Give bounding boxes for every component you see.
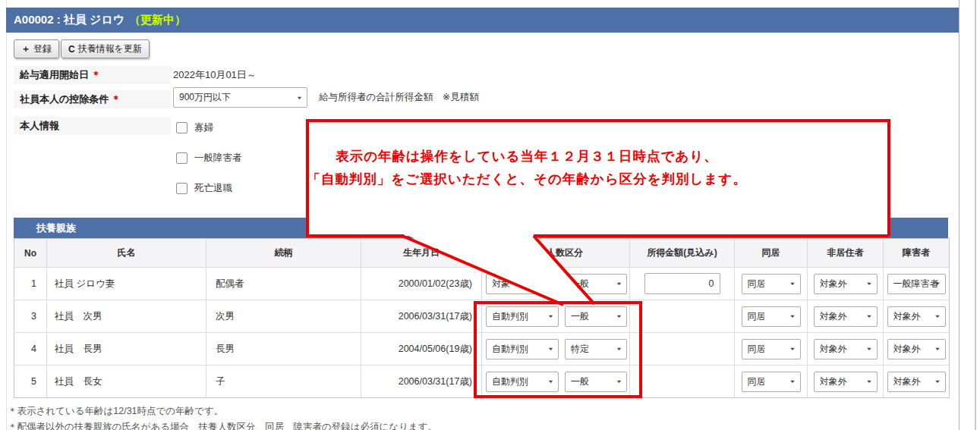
- cell-birthdate: 2004/05/06(19歳): [361, 333, 481, 365]
- cell-category: 自動判別▼ 一般▼: [481, 300, 629, 332]
- table-row: 3 社員 次男 次男 2006/03/31(17歳) 自動判別▼ 一般▼ 同居▼…: [14, 300, 949, 332]
- cohabitation-select[interactable]: 同居▼: [742, 274, 801, 294]
- income-input[interactable]: 0: [644, 273, 720, 294]
- footnote-age: ＊表示されている年齢は12/31時点での年齢です。: [8, 405, 223, 418]
- general-disability-checkbox-row: 一般障害者: [176, 152, 242, 165]
- chevron-down-icon: ▼: [547, 379, 554, 384]
- chevron-down-icon: ▼: [616, 379, 622, 384]
- page-frame-line-right: [975, 0, 976, 430]
- cell-nonresident: 対象外▼: [807, 333, 883, 365]
- chevron-down-icon: ▼: [934, 379, 941, 384]
- cell-name: 社員 ジロウ妻: [46, 268, 206, 300]
- death-retirement-checkbox-row: 死亡退職: [176, 182, 232, 195]
- widow-checkbox-row: 寡婦: [176, 121, 213, 134]
- table-row: 1 社員 ジロウ妻 配偶者 2000/01/02(23歳) 対象▼ 一般▼ 0 …: [14, 267, 949, 300]
- cell-no: 4: [14, 333, 46, 365]
- nonresident-select[interactable]: 対象外▼: [814, 274, 878, 294]
- age-category-select[interactable]: 一般▼: [565, 306, 627, 327]
- nonresident-select[interactable]: 対象外▼: [814, 339, 878, 359]
- cell-income: [629, 300, 734, 332]
- column-header: 続柄: [206, 239, 361, 267]
- page-title: A00002 : 社員 ジロウ: [14, 13, 124, 27]
- chevron-down-icon: ▼: [866, 347, 873, 351]
- dependent-category-select[interactable]: 対象▼: [486, 274, 559, 294]
- disability-select[interactable]: 対象外▼: [887, 339, 946, 359]
- cohabitation-select[interactable]: 同居▼: [742, 306, 801, 327]
- cell-category: 自動判別▼ 一般▼: [481, 366, 629, 397]
- widow-checkbox-label: 寡婦: [194, 121, 213, 134]
- column-header: No: [14, 239, 46, 267]
- cell-nonresident: 対象外▼: [807, 300, 883, 332]
- column-header: 生年月日: [361, 239, 481, 267]
- chevron-down-icon: ▼: [616, 314, 622, 319]
- refresh-dependents-button[interactable]: C 扶養情報を更新: [61, 39, 150, 58]
- cell-no: 1: [14, 268, 46, 300]
- annotation-line1: 表示の年齢は操作をしている当年１２月３１日時点であり、: [307, 145, 747, 168]
- chevron-down-icon: ▼: [934, 314, 941, 319]
- start-date-label: 給与適用開始日 ＊: [14, 66, 171, 84]
- refresh-icon: C: [68, 44, 75, 55]
- dependents-section-header: 扶養親族: [14, 218, 948, 238]
- cell-nonresident: 対象外▼: [807, 268, 883, 300]
- death-retirement-checkbox-label: 死亡退職: [194, 182, 232, 195]
- cohabitation-select[interactable]: 同居▼: [742, 339, 801, 359]
- dependent-category-select[interactable]: 自動判別▼: [486, 306, 559, 327]
- cell-cohabitation: 同居▼: [734, 333, 807, 365]
- status-badge: （更新中）: [129, 13, 186, 27]
- chevron-down-icon: ▼: [789, 281, 796, 286]
- deduction-condition-select[interactable]: 900万円以下 ▼: [173, 87, 307, 108]
- cell-cohabitation: 同居▼: [734, 268, 807, 300]
- general-disability-checkbox-label: 一般障害者: [194, 152, 242, 165]
- chevron-down-icon: ▼: [547, 281, 554, 286]
- personal-info-label: 本人情報: [14, 117, 171, 135]
- column-header: 障害者: [883, 239, 949, 267]
- dependent-category-select[interactable]: 自動判別▼: [486, 339, 559, 359]
- cell-cohabitation: 同居▼: [734, 300, 807, 332]
- deduction-note: 給与所得者の合計所得金額 ※見積額: [319, 91, 479, 104]
- cell-name: 社員 長女: [46, 366, 206, 397]
- cell-disability: 対象外▼: [883, 366, 949, 397]
- chevron-down-icon: ▼: [789, 347, 796, 351]
- chevron-down-icon: ▼: [789, 379, 796, 384]
- dependents-table: No氏名続柄生年月日扶養人数区分所得金額(見込み)同居非居住者障害者 1 社員 …: [14, 238, 950, 398]
- column-header: 氏名: [46, 239, 206, 267]
- cell-birthdate: 2006/03/31(17歳): [361, 300, 481, 332]
- widow-checkbox[interactable]: [176, 122, 187, 133]
- refresh-button-label: 扶養情報を更新: [78, 42, 142, 55]
- required-mark: ＊: [111, 93, 121, 106]
- cell-name: 社員 長男: [46, 333, 206, 365]
- disability-select[interactable]: 対象外▼: [887, 372, 946, 392]
- deduction-condition-label: 社員本人の控除条件 ＊: [14, 90, 171, 108]
- chevron-down-icon: ▼: [616, 347, 622, 351]
- start-date-value: 2022年10月01日～: [173, 68, 257, 82]
- disability-select[interactable]: 一般障害者▼: [887, 274, 946, 294]
- chevron-down-icon: ▼: [547, 347, 554, 351]
- general-disability-checkbox[interactable]: [176, 152, 187, 164]
- cell-disability: 一般障害者▼: [883, 268, 949, 300]
- annotation-line2: 「自動判別」をご選択いただくと、その年齢から区分を判別します。: [307, 168, 747, 190]
- chevron-down-icon: ▼: [616, 281, 622, 286]
- annotation-text: 表示の年齢は操作をしている当年１２月３１日時点であり、 「自動判別」をご選択いた…: [307, 145, 747, 190]
- register-button[interactable]: ＋ 登録: [14, 39, 59, 58]
- footnote-required: ＊配偶者以外の扶養親族の氏名がある場合、扶養人数区分、同居、障害者の登録は必須に…: [8, 421, 437, 430]
- nonresident-select[interactable]: 対象外▼: [814, 306, 878, 327]
- cohabitation-select[interactable]: 同居▼: [742, 372, 801, 392]
- dependent-category-select[interactable]: 自動判別▼: [486, 372, 559, 392]
- chevron-down-icon: ▼: [866, 379, 873, 384]
- page-frame-line-left: [6, 0, 7, 430]
- cell-income: [629, 366, 734, 397]
- column-header: 所得金額(見込み): [629, 239, 734, 267]
- cell-birthdate: 2006/03/31(17歳): [361, 366, 481, 397]
- content-frame-line: [959, 0, 960, 430]
- disability-select[interactable]: 対象外▼: [887, 306, 946, 327]
- death-retirement-checkbox[interactable]: [176, 183, 187, 194]
- column-header: 同居: [734, 239, 807, 267]
- column-header: 扶養人数区分: [481, 239, 629, 267]
- age-category-select[interactable]: 一般▼: [565, 274, 627, 294]
- cell-no: 3: [14, 300, 46, 332]
- age-category-select[interactable]: 一般▼: [565, 372, 627, 392]
- nonresident-select[interactable]: 対象外▼: [814, 372, 878, 392]
- cell-relation: 子: [206, 366, 361, 397]
- cell-relation: 次男: [206, 300, 361, 332]
- age-category-select[interactable]: 特定▼: [565, 339, 627, 359]
